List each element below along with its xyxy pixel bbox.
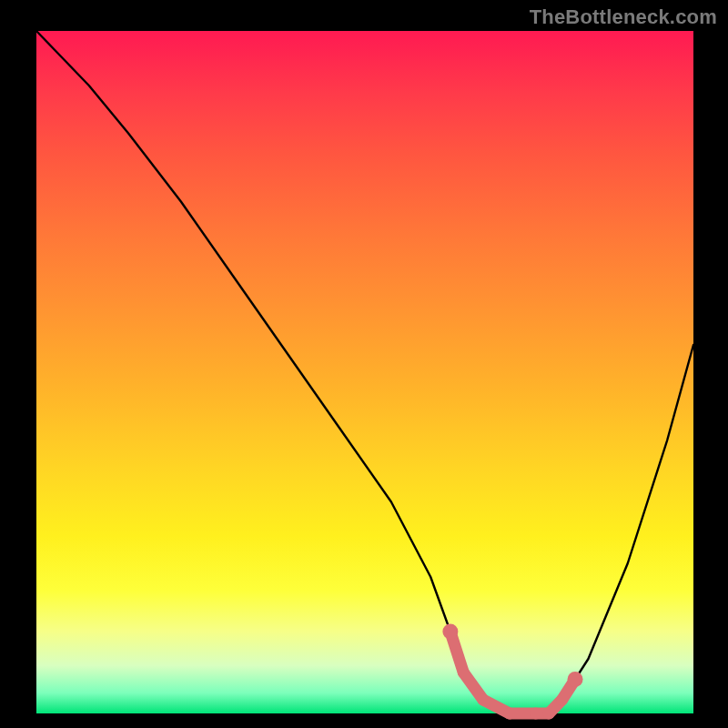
plot-area [36, 31, 693, 713]
highlight-end-dot [568, 672, 583, 687]
v-curve-line [36, 31, 693, 713]
watermark-text: TheBottleneck.com [530, 5, 717, 29]
curve-svg [36, 31, 693, 713]
highlight-end-dot [442, 624, 458, 640]
chart-frame: TheBottleneck.com [0, 0, 728, 728]
highlight-trough [442, 624, 582, 714]
